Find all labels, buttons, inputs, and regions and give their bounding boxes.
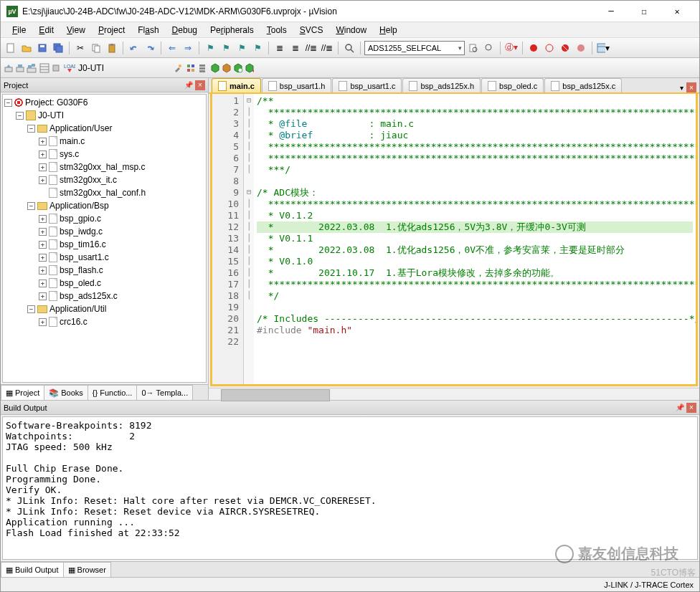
panel-close-icon[interactable]: × <box>686 403 696 413</box>
expand-icon[interactable]: − <box>16 112 24 120</box>
find-icon[interactable] <box>342 41 356 55</box>
undo-icon[interactable] <box>127 41 141 55</box>
tab-build-output[interactable]: ▦Build Output <box>1 562 64 577</box>
menu-svcs[interactable]: SVCS <box>294 24 329 37</box>
download-icon[interactable]: LOAD <box>64 63 75 73</box>
manage-multi-icon[interactable] <box>197 63 207 73</box>
code-area[interactable]: /** ************************************… <box>254 94 696 384</box>
expand-icon[interactable]: + <box>39 267 47 274</box>
nav-fwd-icon[interactable]: ⇒ <box>181 41 195 55</box>
expand-icon[interactable]: + <box>39 228 47 236</box>
build-icon[interactable] <box>15 63 25 73</box>
expand-icon[interactable]: − <box>27 125 35 133</box>
menu-flash[interactable]: Flash <box>132 24 164 37</box>
horizontal-scrollbar[interactable] <box>209 388 699 400</box>
breakpoint-kill-icon[interactable] <box>558 41 572 55</box>
tree-file[interactable]: stm32g0xx_hal_conf.h <box>60 188 146 198</box>
paste-icon[interactable] <box>105 41 119 55</box>
breakpoint-disable-icon[interactable] <box>542 41 557 55</box>
nav-back-icon[interactable]: ⇐ <box>165 41 179 55</box>
editor-tab[interactable]: bsp_ads125x.c <box>544 78 622 92</box>
cut-icon[interactable]: ✂ <box>73 41 88 55</box>
tree-file[interactable]: bsp_flash.c <box>60 265 103 275</box>
translate-icon[interactable] <box>4 63 14 73</box>
tree-file[interactable]: stm32g0xx_it.c <box>60 175 117 185</box>
menu-tools[interactable]: Tools <box>261 24 293 37</box>
tree-file[interactable]: bsp_usart1.c <box>60 252 109 262</box>
tab-dropdown-icon[interactable]: ▾ <box>678 84 685 92</box>
reload-packs-icon[interactable] <box>245 63 255 73</box>
bookmark-clear-icon[interactable]: ⚑ <box>250 41 265 55</box>
rebuild-icon[interactable] <box>27 63 37 73</box>
tree-group[interactable]: Application/User <box>49 123 112 133</box>
select-packs-icon[interactable] <box>233 63 243 73</box>
tree-file[interactable]: bsp_ads125x.c <box>60 291 118 301</box>
expand-icon[interactable]: + <box>39 292 47 300</box>
expand-icon[interactable]: − <box>27 202 35 210</box>
expand-icon[interactable]: + <box>39 215 47 223</box>
expand-icon[interactable]: − <box>4 99 12 107</box>
save-icon[interactable] <box>35 41 49 55</box>
find-combo[interactable]: ADS1255_SELFCAL <box>364 41 465 55</box>
incremental-find-icon[interactable] <box>482 41 496 55</box>
expand-icon[interactable]: + <box>39 163 47 171</box>
outdent-icon[interactable]: ≣ <box>288 41 303 55</box>
bookmark-icon[interactable]: ⚑ <box>203 41 217 55</box>
tab-close-icon[interactable]: × <box>686 82 696 92</box>
minimize-button[interactable]: ─ <box>595 1 628 22</box>
expand-icon[interactable]: − <box>27 305 35 313</box>
copy-icon[interactable] <box>89 41 103 55</box>
uncomment-icon[interactable]: //≣ <box>320 41 334 55</box>
menu-peripherals[interactable]: Peripherals <box>204 24 260 37</box>
rte-icon[interactable] <box>222 63 232 73</box>
bookmark-next-icon[interactable]: ⚑ <box>235 41 249 55</box>
expand-icon[interactable]: + <box>39 176 47 184</box>
tree-file[interactable]: bsp_iwdg.c <box>60 226 103 237</box>
indent-icon[interactable]: ≣ <box>273 41 287 55</box>
pin-icon[interactable]: 📌 <box>675 403 685 413</box>
tree-file[interactable]: crc16.c <box>60 317 88 327</box>
stop-build-icon[interactable] <box>51 63 61 73</box>
tree-file[interactable]: bsp_tim16.c <box>60 239 106 249</box>
expand-icon[interactable]: + <box>39 318 47 326</box>
menu-file[interactable]: File <box>6 24 32 37</box>
menu-project[interactable]: Project <box>93 24 131 37</box>
close-button[interactable]: ✕ <box>661 1 694 22</box>
tree-file[interactable]: stm32g0xx_hal_msp.c <box>60 162 145 172</box>
tree-file[interactable]: main.c <box>60 136 85 146</box>
target-combo[interactable]: J0-UTI <box>78 63 171 73</box>
fold-column[interactable]: ⊟││││││⊟│││││││││ <box>244 94 254 384</box>
find-in-files-icon[interactable] <box>466 41 481 55</box>
editor-tab-main[interactable]: main.c <box>212 78 261 92</box>
tab-templates[interactable]: 0→Templa... <box>136 385 193 400</box>
save-all-icon[interactable] <box>51 41 65 55</box>
editor-tab[interactable]: bsp_oled.c <box>481 78 544 92</box>
tree-root[interactable]: Project: G030F6 <box>25 97 88 108</box>
bookmark-prev-icon[interactable]: ⚑ <box>219 41 233 55</box>
editor-tab[interactable]: bsp_usart1.h <box>262 78 332 92</box>
expand-icon[interactable]: + <box>39 151 47 158</box>
window-layout-icon[interactable]: ▾ <box>596 41 610 55</box>
menu-view[interactable]: View <box>61 24 91 37</box>
expand-icon[interactable]: + <box>39 138 47 145</box>
menu-debug[interactable]: Debug <box>166 24 203 37</box>
batch-build-icon[interactable] <box>39 63 49 73</box>
redo-icon[interactable] <box>143 41 157 55</box>
tree-group[interactable]: Application/Bsp <box>49 201 109 211</box>
breakpoint-icon[interactable] <box>526 41 541 55</box>
tree-file[interactable]: sys.c <box>60 149 79 159</box>
editor-tab[interactable]: bsp_usart1.c <box>332 78 402 92</box>
comment-icon[interactable]: //≣ <box>304 41 318 55</box>
tree-group[interactable]: Application/Util <box>49 304 106 314</box>
tab-books[interactable]: 📚Books <box>44 385 88 400</box>
build-output-body[interactable]: Software-Breakpoints: 8192 Watchpoints: … <box>2 416 698 560</box>
manage-project-icon[interactable] <box>186 63 196 73</box>
menu-window[interactable]: Window <box>330 24 372 37</box>
maximize-button[interactable]: ☐ <box>628 1 661 22</box>
project-tree[interactable]: −Project: G030F6 −J0-UTI −Application/Us… <box>2 94 207 383</box>
debug-icon[interactable]: ⓓ▾ <box>504 41 519 55</box>
open-file-icon[interactable] <box>19 41 34 55</box>
editor-tab[interactable]: bsp_ads125x.h <box>402 78 481 92</box>
tree-file[interactable]: bsp_oled.c <box>60 278 101 288</box>
pack-installer-icon[interactable] <box>210 63 220 73</box>
